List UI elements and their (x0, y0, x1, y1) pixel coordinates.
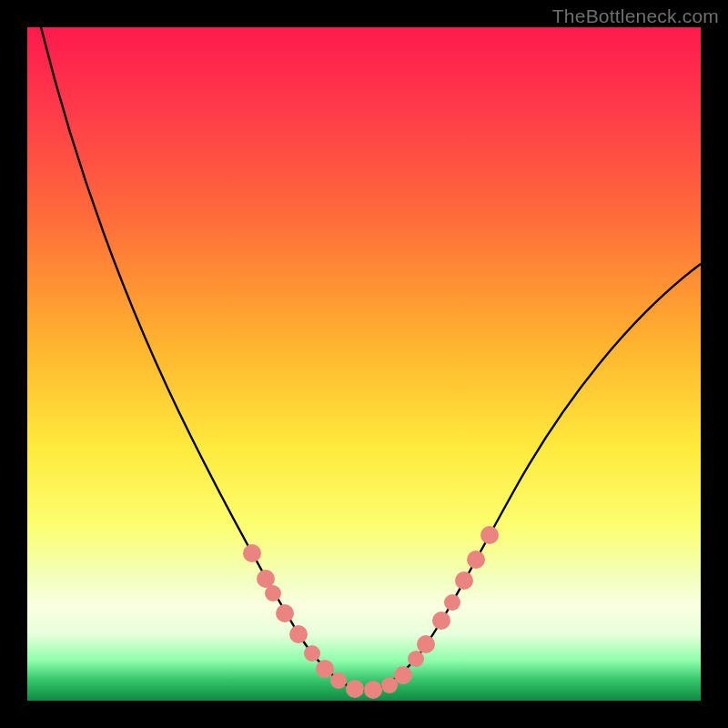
curve-marker (394, 666, 412, 684)
curve-marker (243, 544, 261, 562)
curve-marker (265, 585, 281, 602)
watermark-text: TheBottleneck.com (552, 5, 719, 27)
chart-stage: TheBottleneck.com (0, 0, 728, 728)
curve-marker (304, 645, 320, 662)
bottleneck-curve-svg (27, 27, 701, 701)
curve-marker (346, 680, 364, 698)
curve-marker-group (243, 526, 499, 699)
curve-marker (316, 660, 334, 678)
curve-marker (364, 681, 382, 699)
curve-marker (467, 551, 485, 569)
curve-marker (289, 625, 308, 643)
curve-marker (330, 672, 347, 689)
curve-marker (257, 570, 275, 588)
curve-marker (432, 612, 450, 630)
curve-marker (480, 526, 499, 544)
curve-marker (444, 594, 460, 611)
bottleneck-curve-path (41, 27, 701, 690)
curve-marker (408, 651, 424, 667)
curve-marker (455, 571, 473, 590)
curve-marker (417, 635, 435, 653)
curve-marker (276, 604, 294, 622)
